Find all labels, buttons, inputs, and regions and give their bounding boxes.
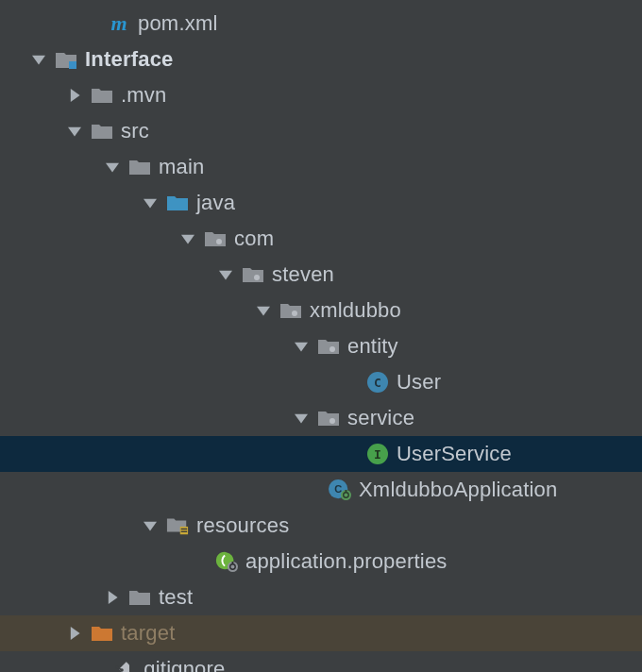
- folder-label: test: [159, 585, 193, 610]
- chevron-down-icon[interactable]: [257, 304, 270, 317]
- tree-row-entity[interactable]: entity: [0, 328, 642, 364]
- svg-point-9: [254, 275, 260, 280]
- svg-marker-8: [219, 271, 232, 280]
- chevron-down-icon[interactable]: [295, 412, 308, 425]
- module-icon: [55, 48, 77, 71]
- chevron-down-icon[interactable]: [144, 196, 157, 210]
- class-icon: C: [366, 371, 389, 394]
- chevron-down-icon[interactable]: [181, 232, 194, 245]
- tree-row-gitignore[interactable]: .gitignore: [0, 651, 642, 672]
- svg-point-15: [329, 418, 335, 424]
- chevron-down-icon[interactable]: [219, 268, 232, 281]
- svg-text:C: C: [334, 483, 342, 495]
- tree-row-main[interactable]: main: [0, 149, 642, 185]
- svg-rect-24: [181, 531, 187, 532]
- tree-row-userservice[interactable]: I UserService: [0, 436, 642, 472]
- file-label: application.properties: [245, 549, 448, 574]
- file-label: XmldubboApplication: [359, 478, 558, 502]
- folder-icon: [128, 586, 151, 609]
- maven-icon: m: [108, 12, 130, 35]
- excluded-folder-icon: [91, 622, 113, 645]
- svg-point-7: [216, 239, 222, 244]
- svg-point-11: [292, 311, 297, 316]
- file-label: .gitignore: [138, 657, 226, 672]
- chevron-down-icon[interactable]: [32, 53, 45, 66]
- chevron-right-icon[interactable]: [68, 89, 81, 102]
- svg-marker-0: [32, 56, 45, 65]
- package-icon: [317, 335, 340, 358]
- svg-rect-22: [180, 527, 188, 534]
- svg-rect-20: [346, 490, 347, 493]
- svg-rect-27: [232, 562, 234, 564]
- module-label: Interface: [85, 47, 174, 72]
- tree-row-user[interactable]: C User: [0, 364, 642, 400]
- svg-rect-23: [181, 529, 187, 529]
- package-icon: [317, 407, 340, 429]
- package-icon: [242, 263, 264, 286]
- spring-boot-icon: C: [329, 479, 351, 501]
- chevron-right-icon[interactable]: [106, 591, 119, 604]
- tree-row-xmldubbo-application[interactable]: C XmldubboApplication: [0, 472, 642, 508]
- svg-marker-2: [71, 89, 80, 102]
- resources-folder-icon: [166, 514, 189, 537]
- svg-marker-12: [295, 343, 308, 352]
- svg-marker-5: [144, 199, 157, 209]
- folder-label: xmldubbo: [310, 298, 401, 323]
- folder-label: entity: [347, 334, 398, 359]
- tree-row-test[interactable]: test: [0, 580, 642, 615]
- svg-marker-28: [109, 591, 118, 604]
- package-icon: [279, 299, 302, 322]
- tree-row-resources[interactable]: resources: [0, 508, 642, 544]
- tree-row-com[interactable]: com: [0, 221, 642, 257]
- file-label: pom.xml: [138, 11, 218, 36]
- source-folder-icon: [166, 192, 189, 214]
- tree-row-mvn[interactable]: .mvn: [0, 77, 642, 113]
- folder-label: steven: [272, 262, 334, 287]
- svg-marker-29: [71, 627, 80, 640]
- tree-row-pom[interactable]: m pom.xml: [0, 6, 642, 42]
- svg-marker-3: [68, 127, 81, 137]
- interface-icon: I: [366, 443, 389, 465]
- svg-rect-1: [69, 61, 76, 69]
- tree-row-java[interactable]: java: [0, 185, 642, 221]
- package-icon: [204, 227, 227, 250]
- chevron-down-icon[interactable]: [295, 340, 308, 353]
- spring-properties-icon: [215, 550, 238, 573]
- file-label: User: [397, 370, 441, 395]
- file-label: UserService: [397, 442, 512, 466]
- folder-label: service: [347, 406, 414, 430]
- chevron-down-icon[interactable]: [106, 160, 119, 174]
- folder-label: target: [121, 621, 175, 646]
- svg-marker-4: [106, 163, 119, 173]
- svg-marker-14: [295, 414, 308, 424]
- git-icon: [108, 658, 130, 672]
- project-tree: m pom.xml Interface .mvn src main java: [0, 0, 642, 672]
- tree-row-interface[interactable]: Interface: [0, 42, 642, 77]
- tree-row-steven[interactable]: steven: [0, 257, 642, 293]
- folder-label: src: [121, 119, 149, 143]
- chevron-down-icon[interactable]: [68, 125, 81, 138]
- svg-marker-10: [257, 307, 270, 316]
- folder-label: com: [234, 227, 274, 251]
- folder-label: java: [196, 191, 235, 215]
- svg-marker-6: [181, 235, 194, 244]
- tree-row-target[interactable]: target: [0, 615, 642, 651]
- folder-label: .mvn: [121, 83, 166, 108]
- tree-row-app-properties[interactable]: application.properties: [0, 544, 642, 580]
- folder-label: resources: [196, 513, 289, 538]
- tree-row-src[interactable]: src: [0, 113, 642, 149]
- folder-icon: [91, 120, 113, 143]
- folder-icon: [91, 84, 113, 107]
- svg-point-13: [329, 346, 335, 352]
- folder-label: main: [159, 155, 205, 179]
- chevron-right-icon[interactable]: [68, 627, 81, 640]
- tree-row-service[interactable]: service: [0, 400, 642, 436]
- folder-icon: [128, 156, 151, 178]
- tree-row-xmldubbo[interactable]: xmldubbo: [0, 293, 642, 328]
- chevron-down-icon[interactable]: [144, 519, 157, 532]
- svg-marker-21: [144, 522, 157, 531]
